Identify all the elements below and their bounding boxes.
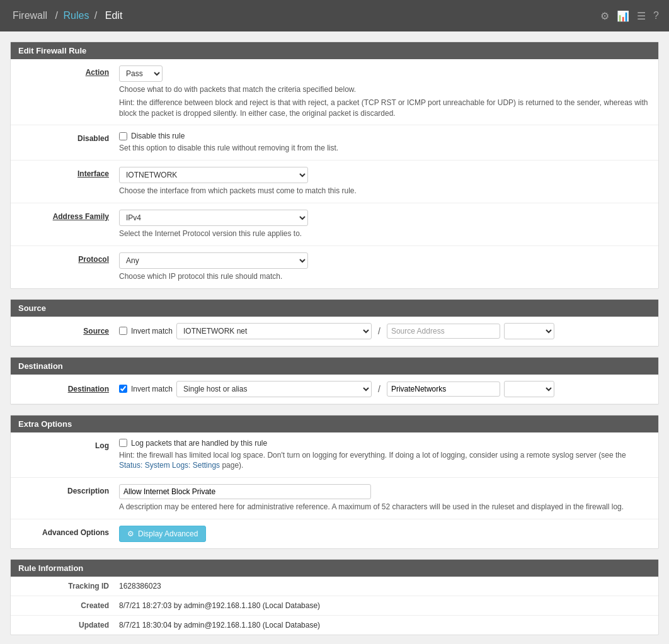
rule-info-heading: Rule Information bbox=[11, 560, 658, 577]
extra-options-heading: Extra Options bbox=[11, 415, 658, 432]
action-label: Action bbox=[18, 65, 119, 77]
source-address-input[interactable] bbox=[387, 324, 500, 339]
description-input[interactable] bbox=[119, 484, 371, 499]
disabled-row: Disabled Disable this rule Set this opti… bbox=[11, 125, 658, 161]
source-invert-label[interactable]: Invert match bbox=[119, 327, 173, 336]
disabled-checkbox-label[interactable]: Disable this rule bbox=[119, 132, 651, 140]
description-content: A description may be entered here for ad… bbox=[119, 484, 651, 512]
tracking-id-row: Tracking ID 1628386023 bbox=[11, 577, 658, 596]
address-family-content: IPv4 IPv6 IPv4+IPv6 Select the Internet … bbox=[119, 210, 651, 239]
interface-hint: Choose the interface from which packets … bbox=[119, 186, 651, 196]
help-icon[interactable]: ? bbox=[653, 10, 659, 21]
protocol-row: Protocol Any TCP UDP TCP/UDP ICMP Choose… bbox=[11, 246, 658, 288]
app-name: Firewall bbox=[13, 10, 47, 21]
log-checkbox-text: Log packets that are handled by this rul… bbox=[131, 439, 267, 448]
tracking-id-label: Tracking ID bbox=[18, 582, 119, 590]
destination-row: Destination Invert match Single host or … bbox=[11, 375, 658, 404]
chart-icon[interactable]: 📊 bbox=[617, 10, 629, 22]
tracking-id-value: 1628386023 bbox=[119, 582, 651, 590]
header-icons: ⚙ 📊 ☰ ? bbox=[600, 10, 659, 22]
source-row: Source Invert match IOTNETWORK net any S… bbox=[11, 317, 658, 346]
destination-invert-checkbox[interactable] bbox=[119, 385, 127, 393]
sep1: / bbox=[55, 10, 58, 21]
interface-row: Interface IOTNETWORK WAN LAN Choose the … bbox=[11, 161, 658, 203]
updated-value: 8/7/21 18:30:04 by admin@192.168.1.180 (… bbox=[119, 621, 651, 630]
gear-icon: ⚙ bbox=[127, 529, 134, 538]
created-value: 8/7/21 18:27:03 by admin@192.168.1.180 (… bbox=[119, 601, 651, 610]
destination-field-label-link[interactable]: Destination bbox=[68, 385, 109, 393]
description-label: Description bbox=[18, 484, 119, 495]
description-hint: A description may be entered here for ad… bbox=[119, 502, 651, 512]
extra-options-panel: Extra Options Log Log packets that are h… bbox=[10, 415, 659, 549]
edit-firewall-rule-panel: Edit Firewall Rule Action Pass Block Rej… bbox=[10, 42, 659, 289]
extra-options-title: Extra Options bbox=[18, 419, 72, 429]
disabled-content: Disable this rule Set this option to dis… bbox=[119, 132, 651, 154]
source-panel-heading: Source bbox=[11, 300, 658, 317]
updated-row: Updated 8/7/21 18:30:04 by admin@192.168… bbox=[11, 616, 658, 635]
log-checkbox-label[interactable]: Log packets that are handled by this rul… bbox=[119, 439, 651, 448]
source-field-label: Source bbox=[18, 327, 119, 336]
address-family-label-link[interactable]: Address Family bbox=[53, 212, 109, 221]
rule-info-title: Rule Information bbox=[18, 563, 83, 573]
log-row: Log Log packets that are handled by this… bbox=[11, 432, 658, 478]
advanced-options-content: ⚙ Display Advanced bbox=[119, 526, 651, 542]
source-panel: Source Source Invert match IOTNETWORK ne… bbox=[10, 299, 659, 347]
disabled-label: Disabled bbox=[18, 132, 119, 143]
protocol-label: Protocol bbox=[18, 252, 119, 264]
destination-mask-select[interactable] bbox=[504, 381, 554, 397]
action-row: Action Pass Block Reject Choose what to … bbox=[11, 59, 658, 125]
destination-slash: / bbox=[375, 384, 383, 394]
display-advanced-label: Display Advanced bbox=[138, 529, 198, 538]
disabled-checkbox[interactable] bbox=[119, 132, 127, 140]
display-advanced-button[interactable]: ⚙ Display Advanced bbox=[119, 526, 206, 542]
source-invert-text: Invert match bbox=[131, 327, 173, 336]
log-hint-prefix: Hint: the firewall has limited local log… bbox=[119, 451, 626, 460]
log-checkbox[interactable] bbox=[119, 439, 127, 447]
source-slash: / bbox=[375, 326, 383, 336]
address-family-row: Address Family IPv4 IPv6 IPv4+IPv6 Selec… bbox=[11, 203, 658, 246]
interface-label: Interface bbox=[18, 167, 119, 178]
protocol-label-link[interactable]: Protocol bbox=[78, 255, 109, 264]
action-select[interactable]: Pass Block Reject bbox=[119, 65, 163, 82]
interface-select[interactable]: IOTNETWORK WAN LAN bbox=[119, 167, 308, 183]
log-hint-link[interactable]: Status: System Logs: Settings bbox=[119, 461, 220, 470]
current-page: Edit bbox=[105, 10, 123, 21]
log-hint-suffix: page). bbox=[220, 461, 243, 470]
destination-panel: Destination Destination Invert match Sin… bbox=[10, 357, 659, 405]
interface-label-link[interactable]: Interface bbox=[77, 169, 109, 178]
destination-panel-title: Destination bbox=[18, 361, 63, 371]
source-panel-title: Source bbox=[18, 303, 46, 313]
sliders-icon[interactable]: ⚙ bbox=[600, 10, 609, 22]
updated-label: Updated bbox=[18, 621, 119, 630]
list-icon[interactable]: ☰ bbox=[637, 10, 646, 22]
destination-controls: Invert match Single host or alias any IO… bbox=[119, 381, 651, 397]
edit-panel-heading: Edit Firewall Rule bbox=[11, 42, 658, 59]
destination-address-input[interactable] bbox=[387, 381, 500, 397]
address-family-hint: Select the Internet Protocol version thi… bbox=[119, 229, 651, 239]
source-invert-checkbox[interactable] bbox=[119, 327, 127, 335]
source-type-select[interactable]: IOTNETWORK net any Single host or alias … bbox=[176, 323, 372, 339]
action-label-link[interactable]: Action bbox=[86, 68, 109, 77]
source-mask-select[interactable] bbox=[504, 323, 554, 339]
protocol-select[interactable]: Any TCP UDP TCP/UDP ICMP bbox=[119, 252, 308, 269]
action-hint1: Choose what to do with packets that matc… bbox=[119, 84, 651, 95]
destination-type-select[interactable]: Single host or alias any IOTNETWORK net … bbox=[176, 381, 372, 397]
rules-link[interactable]: Rules bbox=[63, 10, 89, 21]
created-label: Created bbox=[18, 601, 119, 610]
destination-panel-heading: Destination bbox=[11, 358, 658, 375]
source-field-label-link[interactable]: Source bbox=[83, 327, 109, 336]
disabled-hint: Set this option to disable this rule wit… bbox=[119, 143, 651, 154]
destination-invert-label[interactable]: Invert match bbox=[119, 385, 173, 393]
address-family-select[interactable]: IPv4 IPv6 IPv4+IPv6 bbox=[119, 210, 308, 226]
log-content: Log packets that are handled by this rul… bbox=[119, 439, 651, 472]
destination-invert-text: Invert match bbox=[131, 385, 173, 393]
address-family-label: Address Family bbox=[18, 210, 119, 221]
rule-information-panel: Rule Information Tracking ID 1628386023 … bbox=[10, 559, 659, 635]
advanced-options-label: Advanced Options bbox=[18, 526, 119, 537]
edit-panel-title: Edit Firewall Rule bbox=[18, 46, 86, 55]
action-hint2: Hint: the difference between block and r… bbox=[119, 98, 651, 119]
destination-field-label: Destination bbox=[18, 385, 119, 393]
source-controls: Invert match IOTNETWORK net any Single h… bbox=[119, 323, 651, 339]
advanced-options-row: Advanced Options ⚙ Display Advanced bbox=[11, 519, 658, 548]
log-hint: Hint: the firewall has limited local log… bbox=[119, 450, 651, 472]
